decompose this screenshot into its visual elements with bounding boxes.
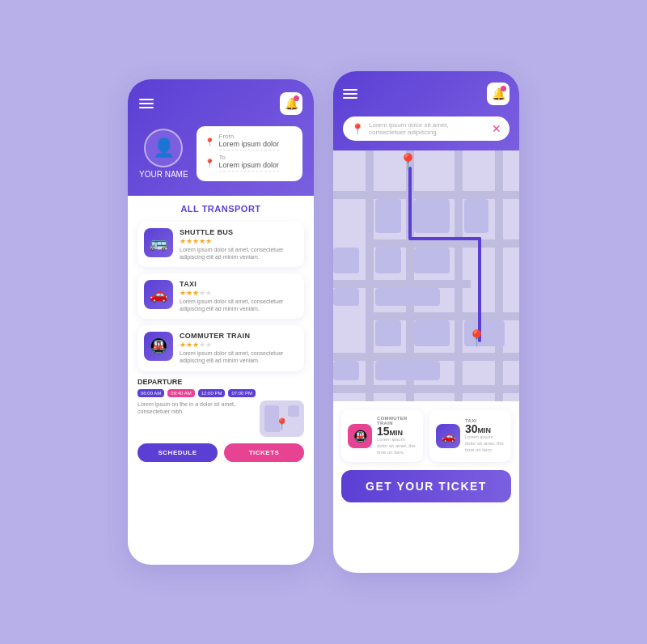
bus-icon: 🚌 (150, 234, 167, 252)
transport-card-taxi[interactable]: 🚗 TAXI ★★★★★ Lorem ipsum dolor sit amet,… (137, 273, 304, 319)
transport-card-train[interactable]: 🚇 COMMUTER TRAIN ★★★★★ Lorem ipsum dolor… (137, 325, 304, 371)
mini-train-time: 15MIN (377, 426, 417, 437)
mini-map-pin-icon: 📍 (275, 417, 289, 430)
start-pin-icon: 📍 (398, 152, 418, 172)
left-phone: 🔔 👤 YOUR NAME 📍 From Lorem i (128, 79, 314, 565)
mini-card-taxi[interactable]: 🚗 TAXI 30MIN Lorem ipsum dolor sit amet,… (429, 409, 511, 462)
close-icon[interactable]: ✕ (492, 122, 501, 135)
taxi-name: TAXI (180, 280, 298, 288)
to-pin-icon: 📍 (205, 159, 214, 167)
taxi-desc: Lorem ipsum dolor sit amet, consectetuer… (180, 298, 298, 312)
time-slot-1[interactable]: 09:40 AM (167, 389, 194, 397)
taxi-info: TAXI ★★★★★ Lorem ipsum dolor sit amet, c… (180, 280, 298, 312)
train-info: COMMUTER TRAIN ★★★★★ Lorem ipsum dolor s… (180, 332, 298, 364)
search-text: Lorem ipsum dolor sit amet, consectetuer… (369, 121, 487, 136)
mini-taxi-desc: Lorem ipsum dolor sit amet, the time on … (465, 434, 505, 453)
profile-row: 👤 YOUR NAME 📍 From Lorem ipsum dolor 📍 (139, 126, 302, 181)
right-phone: 🔔 📍 Lorem ipsum dolor sit amet, consecte… (333, 71, 519, 573)
get-ticket-button[interactable]: GET YOUR TICKET (341, 470, 511, 502)
left-phone-content: ALL TRANSPORT 🚌 SHUTTLE BUS ★★★★★ Lorem … (128, 196, 314, 470)
mini-card-train[interactable]: 🚇 COMMUTER TRAIN 15MIN Lorem ipsum dolor… (341, 409, 423, 462)
mini-map: 📍 (260, 400, 304, 437)
time-slot-0[interactable]: 06:00 AM (137, 389, 164, 397)
route-to-row: 📍 To Lorem ipsum dolor (205, 154, 294, 172)
train-desc: Lorem ipsum dolor sit amet, consectetuer… (180, 350, 298, 364)
from-pin-icon: 📍 (205, 138, 214, 146)
bottom-panel: 🚇 COMMUTER TRAIN 15MIN Lorem ipsum dolor… (333, 401, 519, 512)
mini-taxi-icon-box: 🚗 (436, 424, 460, 448)
departure-title: DEPARTURE (137, 378, 304, 386)
mini-taxi-time: 30MIN (465, 423, 505, 434)
header-top-bar: 🔔 (139, 92, 302, 115)
from-value: Lorem ipsum dolor (219, 140, 280, 150)
train-icon: 🚇 (150, 337, 167, 355)
car-icon: 🚗 (150, 286, 167, 303)
route-card: 📍 From Lorem ipsum dolor 📍 To Lorem ipsu… (197, 126, 302, 181)
right-phone-header: 🔔 📍 Lorem ipsum dolor sit amet, consecte… (333, 71, 519, 150)
right-notification-dot (501, 86, 506, 91)
time-slots[interactable]: 06:00 AM 09:40 AM 12:00 PM 07:00 PM (137, 389, 304, 397)
shuttle-name: SHUTTLE BUS (180, 228, 298, 236)
shuttle-desc: Lorem ipsum dolor sit amet, consectetuer… (180, 246, 298, 261)
all-transport-title: ALL TRANSPORT (137, 204, 304, 214)
hamburger-menu[interactable] (139, 99, 154, 108)
notification-button[interactable]: 🔔 (280, 92, 302, 115)
to-label: To (219, 154, 280, 161)
right-notification-button[interactable]: 🔔 (487, 83, 510, 105)
route-from-row: 📍 From Lorem ipsum dolor (205, 133, 294, 150)
departure-text: Lorem ipsum on the in a dolor sit amet, … (137, 400, 253, 415)
search-bar[interactable]: 📍 Lorem ipsum dolor sit amet, consectetu… (343, 117, 510, 141)
right-header-top-bar: 🔔 (343, 83, 510, 105)
left-phone-header: 🔔 👤 YOUR NAME 📍 From Lorem i (128, 79, 314, 196)
right-hamburger-menu[interactable] (343, 89, 357, 99)
mini-transport-cards: 🚇 COMMUTER TRAIN 15MIN Lorem ipsum dolor… (341, 409, 511, 462)
taxi-stars: ★★★★★ (180, 289, 298, 297)
departure-body: Lorem ipsum on the in a dolor sit amet, … (137, 400, 304, 437)
mini-train-icon: 🚇 (353, 430, 367, 443)
user-icon: 👤 (153, 138, 175, 159)
time-slot-2[interactable]: 12:00 PM (198, 389, 226, 397)
user-name: YOUR NAME (139, 170, 188, 179)
mini-train-icon-box: 🚇 (348, 424, 372, 448)
transport-card-shuttle[interactable]: 🚌 SHUTTLE BUS ★★★★★ Lorem ipsum dolor si… (137, 222, 304, 267)
phones-container: 🔔 👤 YOUR NAME 📍 From Lorem i (128, 71, 519, 573)
train-icon-box: 🚇 (144, 332, 173, 361)
mini-taxi-info: TAXI 30MIN Lorem ipsum dolor sit amet, t… (465, 418, 505, 453)
time-slot-3[interactable]: 07:00 PM (228, 389, 256, 397)
taxi-icon-box: 🚗 (144, 280, 173, 309)
shuttle-info: SHUTTLE BUS ★★★★★ Lorem ipsum dolor sit … (180, 228, 298, 261)
schedule-button[interactable]: SCHEDULE (137, 443, 218, 462)
search-pin-icon: 📍 (351, 123, 364, 135)
to-value: Lorem ipsum dolor (219, 161, 280, 172)
train-name: COMMUTER TRAIN (180, 332, 298, 340)
end-pin-icon: 📍 (467, 328, 487, 348)
mini-train-desc: Lorem ipsum dolor sit amet, the time on … (377, 437, 417, 455)
from-label: From (219, 133, 280, 140)
avatar: 👤 (144, 129, 183, 167)
shuttle-stars: ★★★★★ (180, 237, 298, 245)
mini-car-icon: 🚗 (442, 430, 455, 443)
mini-train-info: COMMUTER TRAIN 15MIN Lorem ipsum dolor s… (377, 416, 417, 455)
tickets-button[interactable]: TICKETS (224, 443, 304, 462)
notification-dot (294, 95, 299, 101)
departure-section: DEPARTURE 06:00 AM 09:40 AM 12:00 PM 07:… (137, 378, 304, 437)
shuttle-icon-box: 🚌 (144, 228, 173, 257)
action-buttons: SCHEDULE TICKETS (137, 443, 304, 462)
train-stars: ★★★★★ (180, 341, 298, 349)
map-area: 📍 📍 (333, 150, 519, 401)
